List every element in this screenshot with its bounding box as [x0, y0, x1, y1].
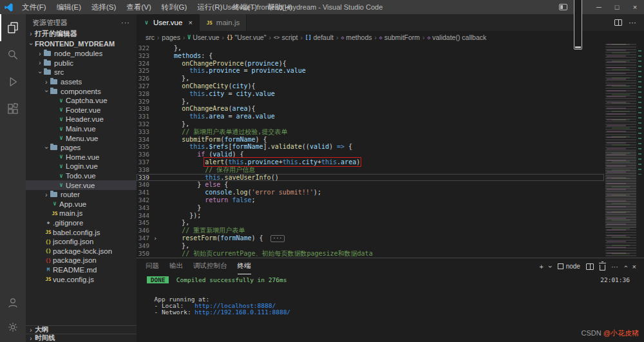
- tree-file[interactable]: VLogin.vue: [26, 162, 137, 171]
- code-line[interactable]: 329 },: [137, 98, 604, 106]
- line-number[interactable]: 338: [137, 166, 158, 174]
- line-number[interactable]: 346: [137, 227, 158, 234]
- terminal-dropdown-icon[interactable]: ›: [547, 265, 554, 268]
- panel-tab[interactable]: 输出: [169, 258, 183, 274]
- editor-more-actions-icon[interactable]: ···: [629, 18, 636, 27]
- tree-file[interactable]: JSmain.js: [26, 209, 137, 218]
- panel-tab[interactable]: 调试控制台: [193, 258, 227, 274]
- line-number[interactable]: 330: [137, 105, 158, 113]
- open-editors-section[interactable]: › 打开的编辑器: [26, 28, 137, 39]
- sidebar-section[interactable]: ›大纲: [26, 325, 137, 334]
- code-line[interactable]: 323 methods: {: [137, 52, 604, 60]
- editor-tab[interactable]: JSmain.js: [200, 14, 247, 31]
- tree-folder[interactable]: ›public: [26, 59, 137, 68]
- run-and-debug-icon[interactable]: [0, 68, 26, 95]
- code-line[interactable]: 344 });: [137, 212, 604, 220]
- sidebar-section[interactable]: ›时间线: [26, 334, 137, 342]
- code-line[interactable]: 334 submitForm(formName) {: [137, 136, 604, 144]
- tree-file[interactable]: ◆.gitignore: [26, 218, 137, 228]
- breadcrumb-item[interactable]: {}"User.vue": [227, 33, 267, 41]
- line-number[interactable]: 331: [137, 113, 158, 120]
- menu-item[interactable]: 查看(V): [121, 0, 156, 14]
- toggle-panel-icon[interactable]: [574, 0, 582, 50]
- code-line[interactable]: 338 // 保存用户信息: [137, 166, 604, 174]
- explorer-more-actions-icon[interactable]: ···: [121, 19, 130, 26]
- tree-file[interactable]: VHome.vue: [26, 153, 137, 162]
- tree-file[interactable]: {}package-lock.json: [26, 246, 137, 256]
- code-line[interactable]: 326 },: [137, 75, 604, 82]
- code-line[interactable]: 325 this.province = province.value: [137, 67, 604, 75]
- code-line[interactable]: 337 alert(this.province+this.city+this.a…: [137, 158, 604, 166]
- editor-tab[interactable]: VUser.vue×: [137, 14, 200, 31]
- line-number[interactable]: 344: [137, 212, 158, 220]
- tree-file[interactable]: {}jsconfig.json: [26, 237, 137, 247]
- tree-file[interactable]: VMenu.vue: [26, 133, 137, 143]
- line-number[interactable]: 335: [137, 143, 158, 151]
- close-button[interactable]: ×: [626, 0, 644, 14]
- code-line[interactable]: 330 onChangeArea(area){: [137, 105, 604, 113]
- code-line[interactable]: 336 if (valid) {: [137, 151, 604, 158]
- breadcrumb-item[interactable]: []default: [305, 33, 334, 41]
- code-line[interactable]: 342 return false;: [137, 196, 604, 204]
- minimap-slider[interactable]: [605, 151, 636, 228]
- line-number[interactable]: 337: [137, 158, 158, 166]
- line-number[interactable]: 329: [137, 98, 158, 106]
- code-line[interactable]: 343 }: [137, 204, 604, 212]
- breadcrumb-item[interactable]: <>script: [274, 33, 298, 41]
- breadcrumb-item[interactable]: ◇methods: [341, 33, 372, 41]
- panel-tab[interactable]: 问题: [146, 258, 159, 274]
- line-number[interactable]: 327: [137, 82, 158, 90]
- line-number[interactable]: 349: [137, 242, 158, 250]
- line-number[interactable]: 328: [137, 90, 158, 98]
- code-line[interactable]: 328 this.city = city.value: [137, 90, 604, 98]
- breadcrumb-item[interactable]: ◇validate() callback: [427, 33, 486, 41]
- tree-file[interactable]: MREADME.md: [26, 265, 137, 275]
- line-number[interactable]: 345: [137, 219, 158, 227]
- line-number[interactable]: 334: [137, 136, 158, 144]
- tree-folder[interactable]: ›assets: [26, 77, 137, 87]
- split-terminal-icon[interactable]: [586, 263, 594, 270]
- code-line[interactable]: 324 onChangeProvince(province){: [137, 60, 604, 68]
- tree-file[interactable]: VHeader.vue: [26, 115, 137, 124]
- close-tab-icon[interactable]: ×: [188, 19, 192, 26]
- explorer-icon[interactable]: [0, 14, 26, 41]
- code-line[interactable]: 339 this.saveUserInfo(): [137, 174, 604, 182]
- tree-file[interactable]: VMain.vue: [26, 124, 137, 134]
- menu-item[interactable]: 编辑(E): [52, 0, 86, 14]
- breadcrumb-item[interactable]: pages: [162, 33, 180, 41]
- settings-icon[interactable]: [0, 315, 26, 339]
- panel-tab[interactable]: 终端: [238, 258, 251, 274]
- code-line[interactable]: 331 this.area = area.value: [137, 113, 604, 120]
- line-number[interactable]: 325: [137, 67, 158, 75]
- menu-item[interactable]: 转到(G): [156, 0, 193, 14]
- tree-folder[interactable]: ›pages: [26, 143, 137, 153]
- folded-code-icon[interactable]: ···: [270, 235, 285, 242]
- line-number[interactable]: 347›: [137, 234, 158, 242]
- tree-file[interactable]: VTodo.vue: [26, 171, 137, 181]
- tree-folder[interactable]: ›src: [26, 68, 137, 77]
- minimap[interactable]: [605, 44, 636, 258]
- code-line[interactable]: 333 // 新增用户表单通过校验,提交表单: [137, 128, 604, 136]
- new-terminal-icon[interactable]: +: [540, 263, 544, 271]
- tree-file[interactable]: JSvue.config.js: [26, 274, 137, 284]
- minimize-button[interactable]: ─: [590, 0, 608, 14]
- line-number[interactable]: 336: [137, 151, 158, 158]
- line-number[interactable]: 350: [137, 250, 158, 258]
- code-line[interactable]: 346 // 重置新增用户表单: [137, 227, 604, 234]
- code-line[interactable]: 345 },: [137, 219, 604, 227]
- terminal-link[interactable]: http://192.168.0.111:8888/: [194, 309, 290, 316]
- maximize-panel-icon[interactable]: ›: [621, 265, 629, 268]
- code-line[interactable]: 340 } else {: [137, 181, 604, 189]
- account-icon[interactable]: [0, 290, 26, 315]
- menu-item[interactable]: 选择(S): [86, 0, 121, 14]
- line-number[interactable]: 324: [137, 60, 158, 68]
- kill-terminal-icon[interactable]: [600, 265, 605, 271]
- breadcrumb-item[interactable]: ◇submitForm: [379, 33, 420, 41]
- code-line[interactable]: 349 },: [137, 242, 604, 250]
- tree-file[interactable]: VUser.vue: [26, 180, 137, 190]
- tree-file[interactable]: VFooter.vue: [26, 106, 137, 115]
- tree-file[interactable]: {}package.json: [26, 256, 137, 265]
- line-number[interactable]: 332: [137, 120, 158, 128]
- code-line[interactable]: 335 this.$refs[formName].validate((valid…: [137, 143, 604, 151]
- tree-folder[interactable]: ›components: [26, 86, 137, 96]
